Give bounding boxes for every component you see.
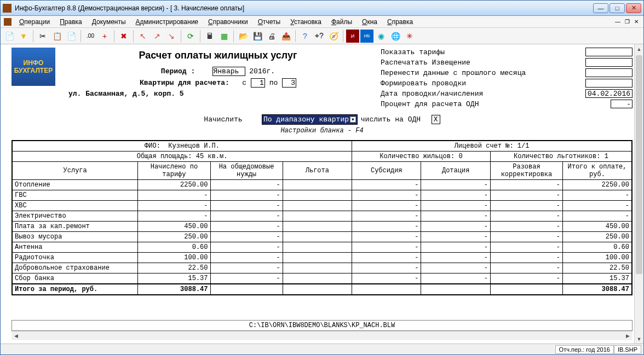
tool-app2-icon[interactable]: ИБ — [360, 30, 373, 43]
scroll-right-icon[interactable]: ▶ — [623, 331, 633, 340]
odn-checkbox[interactable]: Х — [432, 115, 440, 124]
table-cell: 250.00 — [138, 232, 210, 242]
table-row: Радиоточка100.00----100.00 — [12, 253, 632, 263]
tool-arrow3-icon[interactable]: ↘ — [165, 30, 178, 43]
service-name: ХВС — [12, 201, 138, 211]
tool-app1-icon[interactable]: И — [346, 30, 359, 43]
mdi-close-button[interactable]: ✕ — [633, 19, 640, 25]
chevron-down-icon[interactable]: ▼ — [350, 117, 356, 123]
tool-compass-icon[interactable]: 🧭 — [327, 30, 340, 43]
table-cell: - — [352, 232, 421, 242]
tool-contexthelp-icon[interactable]: ⌖? — [313, 30, 326, 43]
scrollbar-thumb[interactable] — [636, 55, 642, 274]
tool-filter-icon[interactable]: ▼ — [17, 30, 30, 43]
table-row: ХВС------ — [12, 201, 632, 211]
maximize-button[interactable]: □ — [610, 3, 625, 13]
col-subsidy: Субсидия — [352, 162, 421, 180]
odn-percent-field[interactable]: - — [611, 100, 633, 108]
tool-help-icon[interactable]: ? — [298, 30, 312, 43]
tool-app5-icon[interactable]: ✳ — [403, 30, 416, 43]
apt-from-field[interactable]: 1 — [251, 78, 265, 88]
from-label: с — [242, 79, 246, 87]
table-cell: - — [421, 232, 490, 242]
table-cell: 0.60 — [138, 242, 210, 253]
print-notice-box[interactable] — [585, 58, 633, 67]
service-name: Электричество — [12, 211, 138, 222]
toolbar: 📄 ▼ ✂ 📋 📄 .00 + ✖ ↖ ↗ ↘ ⟳ 🖩 ▦ 📂 💾 🖨 📤 ? … — [1, 28, 643, 44]
tool-cut-icon[interactable]: ✂ — [36, 30, 49, 43]
tool-refresh-icon[interactable]: ⟳ — [184, 30, 197, 43]
tool-arrow2-icon[interactable]: ↗ — [151, 30, 164, 43]
scroll-up-icon[interactable]: ▲ — [635, 44, 643, 54]
table-cell: - — [421, 211, 490, 222]
header-fio-cell: ФИО: Кузнецов И.П. — [12, 141, 352, 152]
table-cell: 22.50 — [138, 263, 210, 273]
menu-documents[interactable]: Документы — [88, 17, 130, 27]
table-cell: - — [421, 253, 490, 263]
show-tariffs-box[interactable] — [585, 48, 633, 56]
apt-to-field[interactable]: 3 — [282, 78, 296, 88]
horizontal-scrollbar[interactable]: ◀ ▶ — [12, 331, 633, 340]
action-form-postings[interactable]: Формировать проводки — [381, 79, 585, 88]
menu-operations[interactable]: Операции — [15, 17, 54, 27]
tool-open-icon[interactable]: 📂 — [237, 30, 250, 43]
tool-save-icon[interactable]: 💾 — [251, 30, 264, 43]
scroll-down-icon[interactable]: ▼ — [635, 334, 643, 344]
menu-help[interactable]: Справка — [383, 17, 417, 27]
period-year: 2016г. — [249, 67, 275, 75]
mdi-restore-button[interactable]: ❐ — [623, 19, 631, 25]
table-row: Отопление2250.00----2250.00 — [12, 180, 632, 190]
tool-table-icon[interactable]: ▦ — [217, 30, 231, 43]
tool-globe-icon[interactable]: 🌐 — [389, 30, 402, 43]
action-carryover[interactable]: Перенести данные с прошлого месяца — [381, 69, 585, 77]
table-row: Добровольное страхование22.50----22.50 — [12, 263, 632, 273]
tool-arrow1-icon[interactable]: ↖ — [136, 30, 150, 43]
address: ул. Басманная, д.5, корп. 5 — [68, 90, 367, 98]
minimize-button[interactable]: — — [593, 3, 608, 13]
menu-admin[interactable]: Администрирование — [131, 17, 203, 27]
menu-setup[interactable]: Установка — [286, 17, 326, 27]
carryover-box[interactable] — [585, 68, 633, 77]
scroll-left-icon[interactable]: ◀ — [12, 331, 21, 340]
col-correction: Разовая корректировка — [490, 162, 562, 180]
menu-reports[interactable]: Отчеты — [254, 17, 285, 27]
to-label: по — [269, 79, 278, 87]
menu-files[interactable]: Файлы — [327, 17, 357, 27]
table-cell: - — [490, 253, 562, 263]
total-label: Итого за период, руб. — [12, 284, 138, 295]
tool-calc-icon[interactable]: 🖩 — [203, 30, 216, 43]
table-cell: 100.00 — [563, 253, 632, 263]
tool-doc-icon[interactable]: 📄 — [3, 30, 16, 43]
menu-windows[interactable]: Окна — [358, 17, 382, 27]
tool-app3-icon[interactable]: ◉ — [375, 30, 388, 43]
tool-plus-icon[interactable]: + — [98, 30, 111, 43]
tool-paste-icon[interactable]: 📄 — [65, 30, 78, 43]
table-cell: - — [490, 211, 562, 222]
menu-edit[interactable]: Правка — [55, 17, 87, 27]
action-show-tariffs[interactable]: Показать тарифы — [381, 48, 585, 56]
calc-mode-dropdown[interactable]: По диапазону квартир ▼ — [262, 114, 358, 125]
period-month-field[interactable]: Январь — [212, 67, 245, 76]
table-cell: - — [421, 180, 490, 190]
service-name: Плата за кап.ремонт — [12, 222, 138, 232]
header-account-cell: Лицевой счет №: 1/1 — [352, 141, 632, 152]
service-name: Отопление — [12, 180, 138, 190]
mdi-minimize-button[interactable]: — — [613, 19, 622, 25]
content-area: ▲ ▼ ИНФО БУХГАЛТЕР Расчет оплаты жилищны… — [1, 44, 643, 344]
close-button[interactable]: ✕ — [626, 3, 641, 13]
table-cell: - — [352, 201, 421, 211]
app-menu-icon[interactable] — [4, 18, 12, 26]
tool-decimal-icon[interactable]: .00 — [84, 30, 97, 43]
menu-directories[interactable]: Справочники — [204, 17, 252, 27]
action-print-notice[interactable]: Распечатать Извещение — [381, 59, 585, 67]
tool-copy-icon[interactable]: 📋 — [50, 30, 64, 43]
vertical-scrollbar[interactable]: ▲ ▼ — [634, 44, 643, 344]
tool-print-icon[interactable]: 🖨 — [265, 30, 278, 43]
form-postings-box[interactable] — [585, 79, 633, 88]
tool-delete-icon[interactable]: ✖ — [117, 30, 130, 43]
table-cell: 0.60 — [563, 242, 632, 253]
posting-date-field[interactable]: 04.02.2016 — [585, 89, 633, 98]
table-cell: 450.00 — [563, 222, 632, 232]
tool-export-icon[interactable]: 📤 — [279, 30, 292, 43]
table-cell: - — [352, 190, 421, 201]
